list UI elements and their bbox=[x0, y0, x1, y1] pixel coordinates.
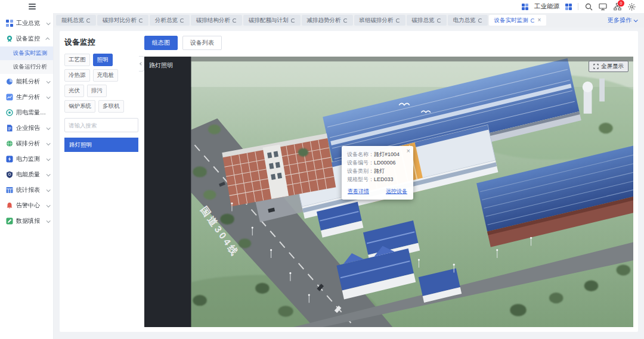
filter-boiler-system[interactable]: 锅炉系统 bbox=[64, 100, 95, 113]
chevron-up-icon bbox=[45, 37, 49, 41]
sidebar-item-device-operation-analysis[interactable]: 设备运行分析 bbox=[0, 60, 53, 74]
sidebar-item-energy-analysis[interactable]: 能耗分析 bbox=[0, 74, 53, 89]
sidebar-item-label: 电能质量 bbox=[16, 170, 47, 179]
chevron-down-icon bbox=[47, 126, 51, 130]
list-item-street-lamp-lighting[interactable]: 路灯照明 bbox=[64, 138, 138, 152]
filter-photovoltaic[interactable]: 光伏 bbox=[64, 85, 84, 97]
tab-device-realtime-monitoring[interactable]: 设备实时监测× bbox=[489, 15, 547, 26]
filter-multi-unit-ac[interactable]: 多联机 bbox=[98, 100, 124, 113]
filter-cold-heat-source[interactable]: 冷热源 bbox=[64, 69, 90, 82]
campus-3d-viewer[interactable]: 国道304线 bbox=[144, 57, 633, 327]
sidebar-item-label: 生产分析 bbox=[16, 93, 47, 101]
device-list-button[interactable]: 设备列表 bbox=[182, 36, 222, 50]
view-details-link[interactable]: 查看详情 bbox=[348, 188, 369, 195]
device-filter-panel: 设备监控 工艺图 照明 冷热源 充电桩 光伏 排污 锅炉系统 多联机 路灯照明 bbox=[64, 36, 138, 327]
filter-process-diagram[interactable]: 工艺图 bbox=[64, 54, 90, 66]
sidebar-item-label: 能耗分析 bbox=[16, 77, 47, 86]
popup-row-device-category: 设备类别：路灯 bbox=[347, 167, 408, 176]
pencil-icon bbox=[6, 217, 13, 225]
refresh-icon[interactable] bbox=[437, 18, 441, 23]
tab-analysis-overview[interactable]: 分析总览 bbox=[150, 15, 190, 26]
search-input[interactable] bbox=[64, 118, 138, 132]
sidebar-item-demand-analysis[interactable]: 用电需量分析 bbox=[0, 105, 53, 120]
shield-icon bbox=[6, 171, 13, 178]
page-title: 设备监控 bbox=[64, 37, 138, 48]
sidebar-item-label: 工业总览 bbox=[16, 19, 47, 27]
refresh-icon[interactable] bbox=[343, 18, 348, 23]
device-info-popup: × 设备名称：路灯#1004 设备编号：LD00006 设备类别：路灯 规格型号… bbox=[342, 146, 413, 200]
config-diagram-button[interactable]: 组态图 bbox=[144, 36, 178, 50]
refresh-icon[interactable] bbox=[291, 18, 295, 23]
sidebar-item-device-realtime-monitoring[interactable]: 设备实时监测 bbox=[0, 46, 53, 60]
table-icon bbox=[6, 186, 13, 194]
close-icon[interactable]: × bbox=[538, 17, 541, 23]
refresh-icon[interactable] bbox=[396, 18, 400, 23]
refresh-icon[interactable] bbox=[531, 18, 535, 23]
sidebar-item-enterprise-report[interactable]: 企业报告 bbox=[0, 120, 53, 136]
settings-gear-icon[interactable] bbox=[627, 2, 636, 11]
sidebar-item-label: 统计报表 bbox=[16, 186, 47, 194]
more-operations-button[interactable]: 更多操作 bbox=[608, 13, 637, 27]
badge-icon bbox=[6, 35, 13, 42]
filter-lighting[interactable]: 照明 bbox=[93, 54, 113, 66]
refresh-icon[interactable] bbox=[478, 18, 482, 23]
sidebar-item-label: 碳排分析 bbox=[16, 139, 47, 148]
bell-icon bbox=[6, 202, 13, 209]
filter-sewage[interactable]: 排污 bbox=[87, 85, 107, 97]
workspace-label[interactable]: 工业能源 bbox=[534, 2, 559, 11]
panel-collapse-handle[interactable] bbox=[139, 56, 144, 71]
sidebar-item-production-analysis[interactable]: 生产分析 bbox=[0, 89, 53, 105]
sidebar-item-carbon-analysis[interactable]: 碳排分析 bbox=[0, 136, 53, 151]
sidebar-item-industry-overview[interactable]: 工业总览 bbox=[0, 15, 53, 31]
tab-reduction-trend[interactable]: 减排趋势分析 bbox=[302, 15, 353, 26]
close-icon[interactable]: × bbox=[407, 147, 410, 154]
popup-row-device-number: 设备编号：LD00006 bbox=[347, 159, 408, 167]
filter-charging-pile[interactable]: 充电桩 bbox=[93, 69, 119, 82]
fullscreen-button[interactable]: 全屏显示 bbox=[589, 61, 628, 72]
sidebar-item-label: 设备监控 bbox=[16, 35, 47, 43]
notification-badge: 0 bbox=[618, 0, 624, 7]
header-divider bbox=[578, 3, 578, 10]
apps-grid-icon[interactable] bbox=[565, 4, 572, 10]
refresh-icon[interactable] bbox=[233, 18, 237, 23]
tab-carbon-structure[interactable]: 碳排结构分析 bbox=[191, 15, 242, 26]
tab-carbon-quota-plan[interactable]: 碳排配额与计划 bbox=[243, 15, 301, 26]
chart-icon bbox=[6, 94, 13, 101]
tab-energy-overview[interactable]: 能耗总览 bbox=[56, 15, 96, 26]
chevron-down-icon bbox=[47, 203, 51, 207]
collapse-menu-icon[interactable] bbox=[29, 4, 36, 10]
remote-control-link[interactable]: 远控设备 bbox=[386, 188, 407, 195]
apps-icon[interactable] bbox=[522, 4, 528, 10]
popup-row-spec-model: 规格型号：LED033 bbox=[347, 176, 408, 184]
monitor-icon[interactable] bbox=[599, 2, 607, 11]
sidebar-item-alarm-center[interactable]: 告警中心 bbox=[0, 198, 53, 213]
sidebar-item-label: 企业报告 bbox=[16, 124, 47, 132]
tab-carbon-overview[interactable]: 碳排总览 bbox=[407, 15, 447, 26]
refresh-icon[interactable] bbox=[139, 18, 143, 23]
target-icon bbox=[6, 109, 13, 116]
fullscreen-icon bbox=[593, 64, 599, 69]
page-tabbar: 能耗总览 碳排对比分析 分析总览 碳排结构分析 碳排配额与计划 减排趋势分析 班… bbox=[54, 13, 644, 27]
sidebar-item-data-entry[interactable]: 数据填报 bbox=[0, 213, 53, 229]
tab-team-carbon[interactable]: 班组碳排分析 bbox=[354, 15, 405, 26]
filter-button-group: 工艺图 照明 冷热源 充电桩 光伏 排污 锅炉系统 多联机 bbox=[64, 54, 138, 113]
sidebar-item-statistics-report[interactable]: 统计报表 bbox=[0, 182, 53, 198]
tab-carbon-comparison[interactable]: 碳排对比分析 bbox=[97, 15, 148, 26]
sidebar-submenu: 设备实时监测 设备运行分析 bbox=[0, 46, 53, 74]
chevron-left-icon bbox=[140, 62, 143, 66]
chevron-down-icon bbox=[47, 95, 51, 99]
chevron-down-icon bbox=[47, 21, 51, 25]
search-icon[interactable] bbox=[584, 2, 593, 11]
sidebar-item-device-monitoring[interactable]: 设备监控 bbox=[0, 31, 53, 46]
sidebar-item-power-monitoring[interactable]: 电力监测 bbox=[0, 151, 53, 167]
refresh-icon[interactable] bbox=[86, 18, 91, 23]
sidebar-item-label: 数据填报 bbox=[16, 217, 47, 225]
main-content: 设备监控 工艺图 照明 冷热源 充电桩 光伏 排污 锅炉系统 多联机 路灯照明 … bbox=[54, 27, 644, 339]
refresh-icon[interactable] bbox=[180, 18, 184, 23]
top-header: 工业能源 0 bbox=[0, 0, 644, 13]
tab-power-overview[interactable]: 电力总览 bbox=[448, 15, 488, 26]
globe-icon bbox=[6, 140, 13, 147]
sidebar-item-power-quality[interactable]: 电能质量 bbox=[0, 167, 53, 182]
view-toolbar: 组态图 设备列表 bbox=[144, 36, 633, 50]
org-icon[interactable]: 0 bbox=[613, 2, 621, 11]
